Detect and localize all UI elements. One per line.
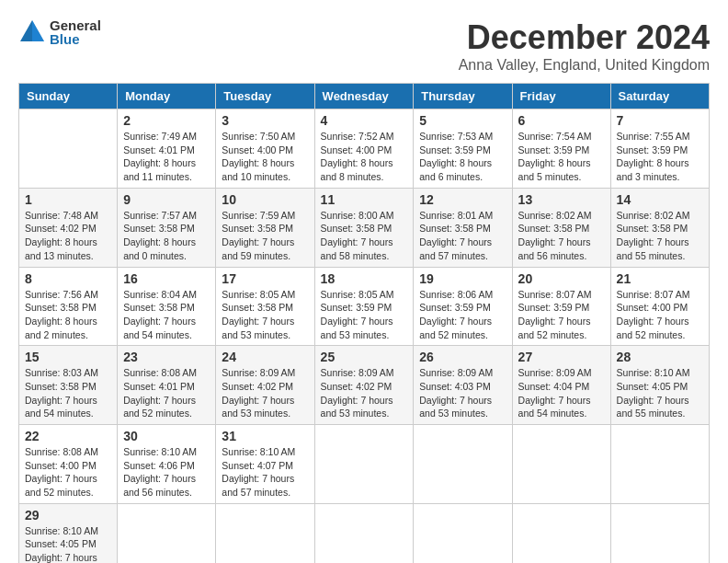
- day-info: Sunrise: 7:50 AMSunset: 4:00 PMDaylight:…: [222, 131, 295, 182]
- day-number: 3: [222, 113, 308, 128]
- calendar-cell: 5Sunrise: 7:53 AMSunset: 3:59 PMDaylight…: [414, 109, 512, 189]
- calendar-cell: 27Sunrise: 8:09 AMSunset: 4:04 PMDayligh…: [512, 346, 610, 425]
- calendar-cell: [314, 425, 414, 504]
- day-info: Sunrise: 8:09 AMSunset: 4:04 PMDaylight:…: [518, 367, 592, 419]
- day-number: 30: [123, 429, 210, 443]
- day-number: 20: [518, 271, 605, 286]
- day-number: 19: [419, 271, 506, 286]
- calendar-cell: 31Sunrise: 8:10 AMSunset: 4:07 PMDayligh…: [216, 425, 314, 504]
- day-info: Sunrise: 8:02 AMSunset: 3:58 PMDaylight:…: [617, 210, 690, 261]
- calendar-cell: 8Sunrise: 7:56 AMSunset: 3:58 PMDaylight…: [19, 267, 118, 346]
- day-info: Sunrise: 8:07 AMSunset: 4:00 PMDaylight:…: [617, 289, 690, 340]
- day-info: Sunrise: 8:09 AMSunset: 4:02 PMDaylight:…: [222, 367, 295, 419]
- day-number: 15: [25, 350, 111, 364]
- col-saturday: Saturday: [610, 84, 709, 109]
- calendar-cell: 9Sunrise: 7:57 AMSunset: 3:58 PMDaylight…: [118, 188, 216, 267]
- calendar-cell: [216, 503, 314, 563]
- day-number: 10: [222, 192, 308, 207]
- day-info: Sunrise: 7:55 AMSunset: 3:59 PMDaylight:…: [617, 131, 690, 182]
- calendar-cell: 19Sunrise: 8:06 AMSunset: 3:59 PMDayligh…: [414, 267, 512, 346]
- calendar-cell: 14Sunrise: 8:02 AMSunset: 3:58 PMDayligh…: [610, 188, 709, 267]
- day-info: Sunrise: 8:09 AMSunset: 4:02 PMDaylight:…: [321, 367, 394, 419]
- day-info: Sunrise: 8:10 AMSunset: 4:06 PMDaylight:…: [123, 446, 197, 498]
- calendar-week-row: 1Sunrise: 7:48 AMSunset: 4:02 PMDaylight…: [19, 188, 710, 267]
- calendar-week-row: 15Sunrise: 8:03 AMSunset: 3:58 PMDayligh…: [19, 346, 710, 425]
- calendar-cell: [118, 503, 216, 563]
- day-info: Sunrise: 8:08 AMSunset: 4:01 PMDaylight:…: [123, 367, 197, 419]
- day-number: 27: [518, 350, 605, 364]
- day-number: 13: [518, 192, 605, 207]
- logo-text: General Blue: [50, 18, 101, 46]
- day-number: 4: [321, 113, 408, 128]
- day-info: Sunrise: 7:49 AMSunset: 4:01 PMDaylight:…: [123, 131, 197, 182]
- calendar-cell: 7Sunrise: 7:55 AMSunset: 3:59 PMDaylight…: [610, 109, 709, 189]
- day-number: 5: [419, 113, 506, 128]
- day-number: 26: [419, 350, 506, 364]
- calendar-cell: 12Sunrise: 8:01 AMSunset: 3:58 PMDayligh…: [414, 188, 512, 267]
- day-info: Sunrise: 8:05 AMSunset: 3:58 PMDaylight:…: [222, 289, 295, 340]
- day-info: Sunrise: 8:10 AMSunset: 4:05 PMDaylight:…: [617, 367, 690, 419]
- calendar-cell: 20Sunrise: 8:07 AMSunset: 3:59 PMDayligh…: [512, 267, 610, 346]
- calendar-week-row: 29Sunrise: 8:10 AMSunset: 4:05 PMDayligh…: [19, 503, 710, 563]
- col-monday: Monday: [118, 84, 216, 109]
- day-number: 14: [617, 192, 703, 207]
- col-thursday: Thursday: [414, 84, 512, 109]
- calendar-cell: 15Sunrise: 8:03 AMSunset: 3:58 PMDayligh…: [19, 346, 118, 425]
- title-area: December 2024 Anna Valley, England, Unit…: [459, 18, 710, 74]
- day-info: Sunrise: 7:48 AMSunset: 4:02 PMDaylight:…: [25, 210, 98, 261]
- day-number: 17: [222, 271, 308, 286]
- day-number: 22: [25, 429, 111, 443]
- calendar-cell: 25Sunrise: 8:09 AMSunset: 4:02 PMDayligh…: [314, 346, 414, 425]
- day-info: Sunrise: 7:56 AMSunset: 3:58 PMDaylight:…: [25, 289, 98, 340]
- calendar-cell: [610, 503, 709, 563]
- calendar-cell: 18Sunrise: 8:05 AMSunset: 3:59 PMDayligh…: [314, 267, 414, 346]
- day-number: 24: [222, 350, 308, 364]
- calendar-cell: 17Sunrise: 8:05 AMSunset: 3:58 PMDayligh…: [216, 267, 314, 346]
- day-number: 7: [617, 113, 703, 128]
- calendar-cell: [414, 503, 512, 563]
- day-number: 25: [321, 350, 408, 364]
- day-number: 28: [617, 350, 703, 364]
- calendar-cell: 28Sunrise: 8:10 AMSunset: 4:05 PMDayligh…: [610, 346, 709, 425]
- calendar-cell: [512, 425, 610, 504]
- day-info: Sunrise: 8:10 AMSunset: 4:05 PMDaylight:…: [25, 525, 98, 563]
- calendar-cell: [19, 109, 118, 189]
- calendar-cell: [610, 425, 709, 504]
- month-title: December 2024: [459, 18, 710, 57]
- calendar-cell: 3Sunrise: 7:50 AMSunset: 4:00 PMDaylight…: [216, 109, 314, 189]
- day-number: 1: [25, 192, 111, 207]
- calendar-cell: 24Sunrise: 8:09 AMSunset: 4:02 PMDayligh…: [216, 346, 314, 425]
- calendar-week-row: 22Sunrise: 8:08 AMSunset: 4:00 PMDayligh…: [19, 425, 710, 504]
- col-friday: Friday: [512, 84, 610, 109]
- col-sunday: Sunday: [19, 84, 118, 109]
- day-number: 6: [518, 113, 605, 128]
- day-info: Sunrise: 8:04 AMSunset: 3:58 PMDaylight:…: [123, 289, 197, 340]
- calendar-cell: 6Sunrise: 7:54 AMSunset: 3:59 PMDaylight…: [512, 109, 610, 189]
- day-number: 29: [25, 508, 111, 523]
- day-number: 2: [123, 113, 210, 128]
- day-number: 16: [123, 271, 210, 286]
- day-number: 8: [25, 271, 111, 286]
- calendar-header-row: Sunday Monday Tuesday Wednesday Thursday…: [19, 84, 710, 109]
- day-info: Sunrise: 8:02 AMSunset: 3:58 PMDaylight:…: [518, 210, 592, 261]
- calendar-cell: 13Sunrise: 8:02 AMSunset: 3:58 PMDayligh…: [512, 188, 610, 267]
- day-info: Sunrise: 8:09 AMSunset: 4:03 PMDaylight:…: [419, 367, 493, 419]
- calendar-cell: 10Sunrise: 7:59 AMSunset: 3:58 PMDayligh…: [216, 188, 314, 267]
- day-number: 9: [123, 192, 210, 207]
- calendar-cell: 16Sunrise: 8:04 AMSunset: 3:58 PMDayligh…: [118, 267, 216, 346]
- day-number: 18: [321, 271, 408, 286]
- day-info: Sunrise: 7:57 AMSunset: 3:58 PMDaylight:…: [123, 210, 197, 261]
- calendar-cell: [512, 503, 610, 563]
- day-info: Sunrise: 7:52 AMSunset: 4:00 PMDaylight:…: [321, 131, 394, 182]
- calendar-cell: 26Sunrise: 8:09 AMSunset: 4:03 PMDayligh…: [414, 346, 512, 425]
- logo-general: General: [50, 18, 101, 32]
- day-number: 12: [419, 192, 506, 207]
- day-info: Sunrise: 8:07 AMSunset: 3:59 PMDaylight:…: [518, 289, 592, 340]
- day-info: Sunrise: 8:00 AMSunset: 3:58 PMDaylight:…: [321, 210, 394, 261]
- calendar-table: Sunday Monday Tuesday Wednesday Thursday…: [18, 83, 710, 563]
- day-number: 31: [222, 429, 308, 443]
- calendar-cell: 23Sunrise: 8:08 AMSunset: 4:01 PMDayligh…: [118, 346, 216, 425]
- logo: General Blue: [18, 18, 101, 46]
- day-info: Sunrise: 8:08 AMSunset: 4:00 PMDaylight:…: [25, 446, 98, 498]
- calendar-cell: 21Sunrise: 8:07 AMSunset: 4:00 PMDayligh…: [610, 267, 709, 346]
